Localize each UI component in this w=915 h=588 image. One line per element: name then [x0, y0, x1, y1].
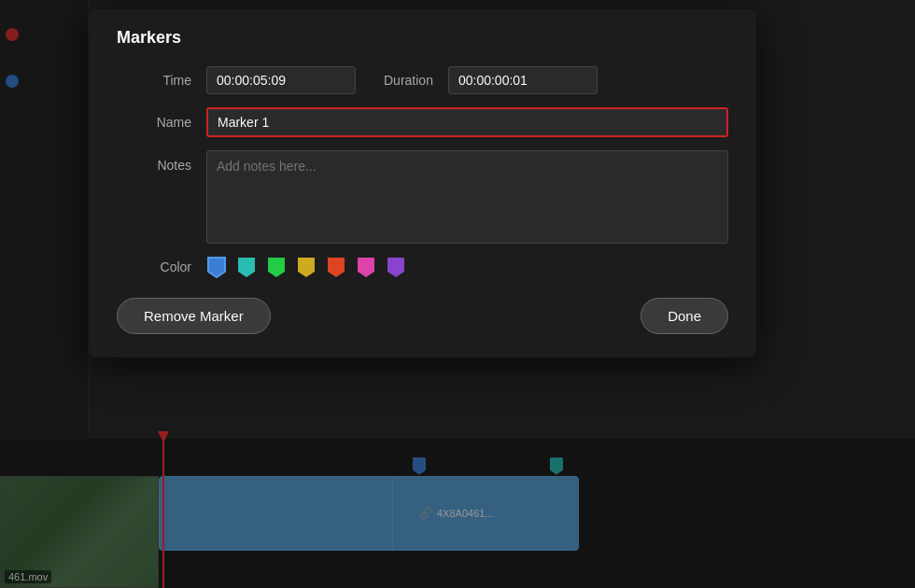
remove-marker-button[interactable]: Remove Marker: [117, 298, 271, 334]
color-swatch-orange[interactable]: [326, 257, 346, 277]
color-swatches: [206, 257, 406, 277]
color-swatch-green[interactable]: [266, 257, 287, 277]
time-input[interactable]: [206, 66, 356, 94]
markers-dialog: Markers Time Duration Name Notes Color: [89, 9, 756, 357]
color-swatch-purple[interactable]: [386, 257, 406, 277]
name-label: Name: [117, 115, 191, 130]
modal-title: Markers: [117, 28, 728, 48]
color-label: Color: [117, 259, 191, 274]
notes-textarea[interactable]: [206, 150, 728, 244]
duration-label: Duration: [384, 73, 433, 88]
name-row: Name: [117, 107, 728, 137]
color-swatch-pink[interactable]: [356, 257, 376, 277]
color-row: Color: [117, 257, 728, 277]
duration-group: Duration: [384, 66, 598, 94]
notes-row: Notes: [117, 150, 728, 244]
name-input[interactable]: [206, 107, 728, 137]
time-row: Time Duration: [117, 66, 728, 94]
buttons-row: Remove Marker Done: [117, 298, 728, 334]
duration-input[interactable]: [448, 66, 598, 94]
color-swatch-blue[interactable]: [206, 257, 227, 277]
notes-label: Notes: [117, 158, 191, 173]
time-label: Time: [117, 73, 191, 88]
color-swatch-teal[interactable]: [236, 257, 257, 277]
color-swatch-yellow[interactable]: [296, 257, 317, 277]
done-button[interactable]: Done: [640, 298, 728, 334]
